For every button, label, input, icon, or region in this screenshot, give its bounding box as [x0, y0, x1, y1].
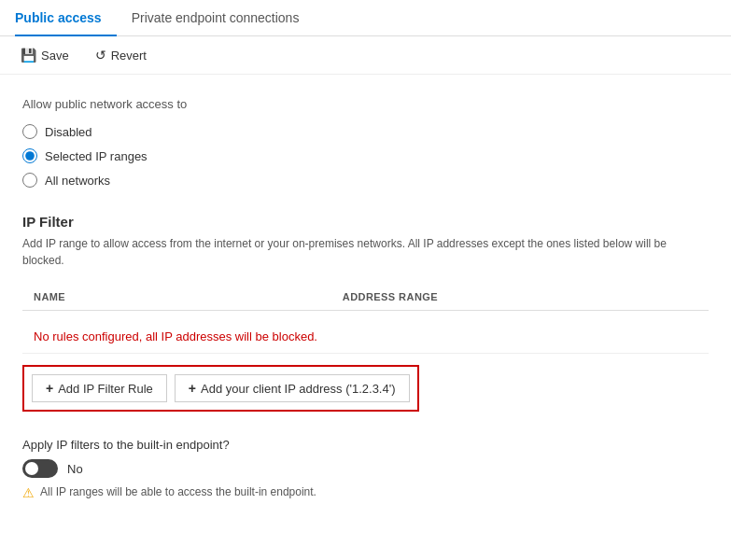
radio-disabled[interactable]: Disabled — [22, 124, 709, 139]
built-in-endpoint-toggle[interactable] — [22, 459, 58, 478]
ip-filter-description: Add IP range to allow access from the in… — [22, 235, 709, 269]
add-client-label: Add your client IP address ('1.2.3.4') — [201, 382, 396, 396]
add-client-plus-icon: + — [189, 381, 196, 396]
add-rule-label: Add IP Filter Rule — [58, 382, 153, 396]
access-radio-group: Disabled Selected IP ranges All networks — [22, 124, 709, 188]
radio-disabled-input[interactable] — [22, 124, 37, 139]
toolbar: 💾 Save ↺ Revert — [0, 36, 731, 75]
revert-icon: ↺ — [95, 48, 106, 63]
revert-label: Revert — [111, 49, 147, 63]
warning-icon: ⚠ — [22, 485, 35, 500]
toggle-row: No — [22, 459, 709, 478]
add-ip-filter-rule-button[interactable]: + Add IP Filter Rule — [32, 374, 167, 402]
warning-row: ⚠ All IP ranges will be able to access t… — [22, 485, 709, 500]
radio-selected-ip[interactable]: Selected IP ranges — [22, 148, 709, 163]
tab-private-endpoint[interactable]: Private endpoint connections — [132, 1, 315, 36]
tabs-bar: Public access Private endpoint connectio… — [0, 0, 731, 36]
radio-selected-ip-input[interactable] — [22, 148, 37, 163]
table-header-row: NAME ADDRESS RANGE — [22, 284, 709, 311]
main-content: Allow public network access to Disabled … — [0, 75, 731, 523]
button-area: + Add IP Filter Rule + Add your client I… — [22, 365, 419, 412]
add-rule-plus-icon: + — [46, 381, 53, 396]
ip-filter-title: IP Filter — [22, 214, 709, 230]
revert-button[interactable]: ↺ Revert — [90, 44, 152, 66]
apply-section: Apply IP filters to the built-in endpoin… — [22, 438, 709, 500]
radio-selected-ip-label: Selected IP ranges — [45, 149, 148, 163]
radio-all-networks[interactable]: All networks — [22, 173, 709, 188]
ip-filter-section: IP Filter Add IP range to allow access f… — [22, 214, 709, 434]
radio-all-networks-label: All networks — [45, 174, 110, 188]
radio-disabled-label: Disabled — [45, 125, 92, 139]
col-address-range: ADDRESS RANGE — [331, 284, 709, 311]
tab-public-access[interactable]: Public access — [15, 1, 117, 36]
toggle-label: No — [67, 462, 83, 476]
add-client-ip-button[interactable]: + Add your client IP address ('1.2.3.4') — [175, 374, 410, 402]
col-name: NAME — [22, 284, 331, 311]
warning-text: All IP ranges will be able to access the… — [40, 485, 316, 498]
save-label: Save — [41, 49, 69, 63]
save-button[interactable]: 💾 Save — [15, 44, 75, 66]
radio-all-networks-input[interactable] — [22, 173, 37, 188]
apply-label: Apply IP filters to the built-in endpoin… — [22, 438, 709, 452]
toggle-slider — [22, 459, 58, 478]
access-label: Allow public network access to — [22, 97, 709, 111]
ip-filter-table: NAME ADDRESS RANGE — [22, 284, 709, 311]
no-rules-message: No rules configured, all IP addresses wi… — [22, 320, 709, 354]
save-icon: 💾 — [21, 48, 36, 63]
